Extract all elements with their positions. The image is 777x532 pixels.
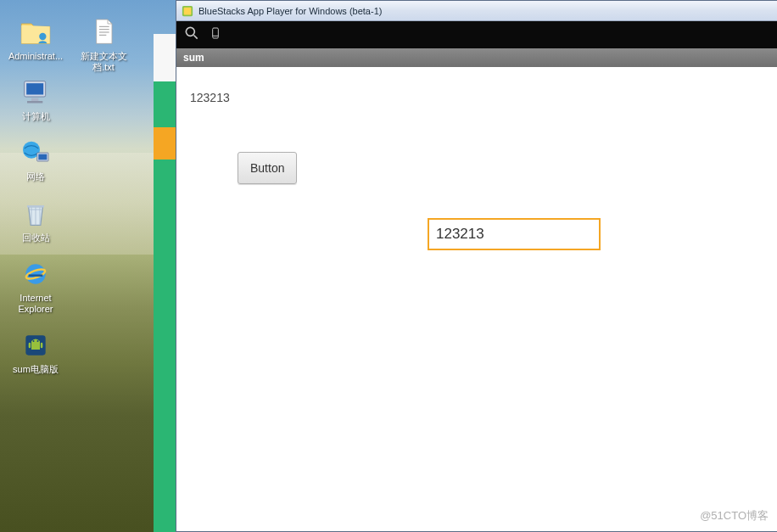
ie-icon [17, 257, 54, 291]
svg-point-13 [37, 340, 39, 342]
app-content: 123213 Button [176, 67, 777, 531]
svg-rect-8 [27, 205, 44, 208]
computer-icon [17, 76, 54, 109]
window-titlebar[interactable]: BlueStacks App Player for Windows (beta-… [176, 1, 777, 21]
bluestacks-window: BlueStacks App Player for Windows (beta-… [176, 0, 777, 532]
network-icon [17, 136, 54, 170]
window-title: BlueStacks App Player for Windows (beta-… [198, 6, 382, 16]
svg-line-23 [194, 36, 198, 39]
desktop-icon-admin-folder[interactable]: Administrat... [5, 15, 66, 62]
app-title: sum [183, 52, 204, 64]
bluestacks-icon [182, 5, 193, 17]
search-icon[interactable] [183, 25, 200, 45]
desktop-icon-ie[interactable]: Internet Explorer [5, 257, 66, 315]
svg-rect-15 [41, 343, 43, 349]
svg-rect-7 [38, 154, 47, 160]
desktop-icon-sum-app[interactable]: sum电脑版 [5, 328, 66, 375]
svg-point-12 [33, 340, 35, 342]
svg-rect-3 [31, 98, 38, 101]
bluestacks-toolbar [176, 21, 777, 48]
svg-rect-14 [29, 343, 31, 349]
desktop-icon-label: 计算机 [22, 111, 50, 122]
action-button[interactable]: Button [238, 152, 297, 184]
desktop-icon-recycle-bin[interactable]: 回收站 [5, 197, 66, 244]
svg-rect-4 [27, 101, 42, 104]
desktop-icon-computer[interactable]: 计算机 [5, 76, 66, 122]
sidebar-active-app-strip[interactable] [154, 127, 176, 160]
output-text: 123213 [190, 91, 230, 104]
desktop-icons-column: Administrat... 计算机 网络 [5, 15, 66, 375]
desktop-icon-label: 回收站 [22, 232, 50, 244]
text-file-icon [85, 15, 122, 49]
bluestacks-sidebar [154, 34, 176, 532]
desktop-icon-label: 新建文本文档.txt [73, 51, 134, 73]
recycle-bin-icon [17, 197, 54, 231]
svg-rect-21 [184, 7, 192, 14]
svg-point-0 [39, 33, 46, 40]
desktop-icon-label: Internet Explorer [5, 293, 66, 315]
desktop-icon-label: 网络 [26, 171, 45, 182]
watermark: @51CTO博客 [700, 508, 769, 524]
svg-point-22 [186, 27, 194, 36]
phone-sync-icon[interactable] [209, 26, 222, 43]
desktop-icon-network[interactable]: 网络 [5, 136, 66, 182]
desktop-icon-label: sum电脑版 [13, 364, 59, 375]
app-header: sum [176, 48, 777, 67]
android-app-icon [17, 328, 54, 362]
text-input[interactable] [428, 218, 601, 250]
svg-rect-2 [26, 83, 43, 94]
desktop-icon-label: Administrat... [8, 51, 63, 62]
svg-rect-24 [213, 28, 219, 38]
sidebar-home-strip[interactable] [154, 34, 176, 81]
desktop-icon-text-file[interactable]: 新建文本文档.txt [73, 15, 134, 73]
folder-user-icon [17, 15, 54, 49]
